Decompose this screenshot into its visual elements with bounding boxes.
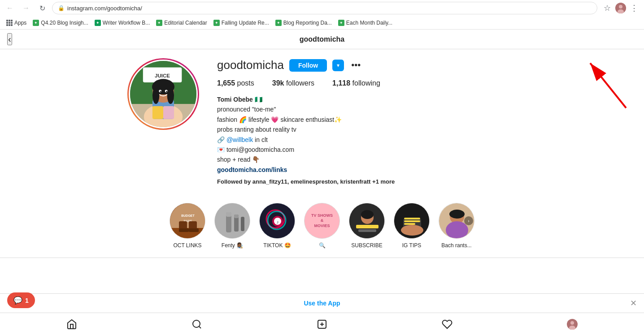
svg-line-62 xyxy=(590,63,626,108)
svg-rect-43 xyxy=(358,229,376,232)
ig-mention-link[interactable]: @willbelk xyxy=(226,136,253,143)
red-arrow-annotation xyxy=(545,36,635,126)
bookmark-label-writer: Writer Workflow B... xyxy=(103,20,150,26)
ig-more-button[interactable]: ••• xyxy=(349,60,362,70)
ig-bottom-nav xyxy=(0,313,644,335)
ig-username: goodtomicha xyxy=(217,58,284,72)
ig-following-count: 1,118 xyxy=(332,79,350,87)
ig-avatar-ring: JUICE xyxy=(127,58,199,130)
url-text: instagram.com/goodtomicha/ xyxy=(67,5,592,12)
ig-avatar: JUICE xyxy=(129,60,198,129)
bookmark-label-editorial: Editorial Calendar xyxy=(164,20,207,26)
svg-rect-25 xyxy=(179,228,189,232)
bookmark-icon-falling: ✦ xyxy=(213,20,220,26)
ig-followers-count: 39k xyxy=(272,79,284,87)
svg-rect-26 xyxy=(189,228,199,232)
bookmark-label-falling: Falling Update Re... xyxy=(222,20,269,26)
chat-icon: 💬 xyxy=(13,296,22,305)
ig-nav-heart[interactable] xyxy=(442,319,453,330)
chat-count: 1 xyxy=(25,297,29,304)
ig-username-row: goodtomicha Follow ▾ ••• xyxy=(217,58,517,72)
svg-point-54 xyxy=(193,320,200,327)
back-button[interactable]: ← xyxy=(4,2,16,14)
forward-button[interactable]: → xyxy=(20,2,32,14)
svg-point-13 xyxy=(152,87,159,104)
ig-followers-stat: 39k followers xyxy=(272,79,314,87)
refresh-button[interactable]: ↻ xyxy=(36,2,48,14)
browser-titlebar: ← → ↻ 🔒 instagram.com/goodtomicha/ ☆ ⋮ xyxy=(0,0,644,16)
highlight-label-fenty: Fenty 👩🏾‍🎨 xyxy=(222,242,243,249)
ig-posts-stat: 1,655 posts xyxy=(217,79,254,87)
ig-followed-more[interactable]: +1 more xyxy=(372,178,395,185)
svg-rect-46 xyxy=(404,218,420,219)
svg-point-59 xyxy=(570,321,574,325)
browser-actions: ☆ ⋮ xyxy=(601,2,640,14)
bookmarks-bar: Apps ✦ Q4.20 Blog Insigh... ✦ Writer Wor… xyxy=(0,16,644,30)
svg-point-1 xyxy=(619,5,622,9)
apps-grid-icon xyxy=(6,20,13,26)
apps-label: Apps xyxy=(14,20,26,26)
ig-header-username: goodtomicha xyxy=(300,35,344,43)
bookmark-falling[interactable]: ✦ Falling Update Re... xyxy=(211,19,272,27)
ig-profile-info: goodtomicha Follow ▾ ••• 1,655 posts 39k… xyxy=(217,58,517,185)
ig-topbar: ‹ goodtomicha xyxy=(0,30,644,49)
bookmark-blog[interactable]: ✦ Blog Reporting Da... xyxy=(273,19,335,27)
ig-avatar-wrapper: JUICE xyxy=(127,58,199,130)
bookmark-apps[interactable]: Apps xyxy=(4,19,29,27)
use-app-link[interactable]: Use the App xyxy=(304,300,340,307)
ig-posts-count: 1,655 xyxy=(217,79,235,87)
highlight-fenty[interactable]: Fenty 👩🏾‍🎨 xyxy=(214,203,250,249)
bookmark-each[interactable]: ✦ Each Month Daily... xyxy=(335,19,395,27)
bookmark-label-blog: Blog Reporting Da... xyxy=(283,20,332,26)
bookmark-q420[interactable]: ✦ Q4.20 Blog Insigh... xyxy=(30,19,91,27)
svg-rect-10 xyxy=(163,106,174,119)
browser-chrome: ← → ↻ 🔒 instagram.com/goodtomicha/ ☆ ⋮ xyxy=(0,0,644,30)
highlight-tv-shows[interactable]: TV SHOWS & MOVIES 🔍 xyxy=(304,203,340,249)
highlight-ig-tips[interactable]: IG TIPS xyxy=(394,203,430,249)
highlight-tiktok[interactable]: ♪ TIKTOK 🤩 xyxy=(259,203,295,249)
svg-point-49 xyxy=(401,225,423,236)
menu-button[interactable]: ⋮ xyxy=(628,2,640,14)
lock-icon: 🔒 xyxy=(58,5,65,11)
highlight-oct-links[interactable]: BUDGET BABE OCT LINKS xyxy=(170,203,205,249)
ig-nav-profile[interactable] xyxy=(567,319,578,330)
svg-point-27 xyxy=(215,203,250,239)
svg-point-53 xyxy=(446,221,468,239)
highlight-label-igtips: IG TIPS xyxy=(402,242,421,249)
svg-point-52 xyxy=(449,210,465,219)
bookmark-writer[interactable]: ✦ Writer Workflow B... xyxy=(92,19,153,27)
svg-text:♪: ♪ xyxy=(277,219,279,224)
ig-profile-section: JUICE xyxy=(120,49,524,194)
bookmark-icon-writer: ✦ xyxy=(95,20,101,26)
ig-nav-add[interactable] xyxy=(317,319,327,330)
ig-follow-button[interactable]: Follow xyxy=(289,59,327,72)
ig-bio-line2: fashion 🌈 lifestyle 💗 skincare enthusias… xyxy=(217,115,517,125)
ig-follow-chevron-button[interactable]: ▾ xyxy=(332,60,344,71)
ig-posts-label: posts xyxy=(237,79,254,87)
highlight-bach[interactable]: › Bach rants... xyxy=(439,203,474,249)
ig-followers-label: followers xyxy=(286,79,314,87)
user-avatar[interactable] xyxy=(615,3,626,13)
svg-point-14 xyxy=(167,87,174,104)
ig-nav-home[interactable] xyxy=(66,319,77,330)
svg-rect-29 xyxy=(226,212,231,217)
bookmark-editorial[interactable]: ✦ Editorial Calendar xyxy=(153,19,209,27)
svg-point-17 xyxy=(160,91,161,92)
svg-rect-31 xyxy=(234,215,239,218)
address-bar[interactable]: 🔒 instagram.com/goodtomicha/ xyxy=(52,2,597,14)
svg-point-18 xyxy=(166,91,167,92)
bookmark-icon-blog: ✦ xyxy=(275,20,282,26)
highlight-subscribe[interactable]: SUBSCRIBE xyxy=(349,203,385,249)
chat-widget[interactable]: 💬 1 xyxy=(7,292,35,308)
ig-following-stat: 1,118 following xyxy=(332,79,380,87)
ig-nav-search[interactable] xyxy=(191,319,202,330)
highlight-label-tiktok: TIKTOK 🤩 xyxy=(263,242,291,249)
bookmark-icon-editorial: ✦ xyxy=(156,20,162,26)
svg-text:JUICE: JUICE xyxy=(155,73,170,78)
ig-back-button[interactable]: ‹ xyxy=(7,33,12,45)
ig-profile-link[interactable]: goodtomicha.com/links xyxy=(217,166,287,173)
bookmark-star-button[interactable]: ☆ xyxy=(601,2,614,14)
svg-rect-42 xyxy=(356,225,379,228)
highlight-label-bach: Bach rants... xyxy=(441,242,471,249)
ig-banner-close-button[interactable]: ✕ xyxy=(630,298,637,308)
